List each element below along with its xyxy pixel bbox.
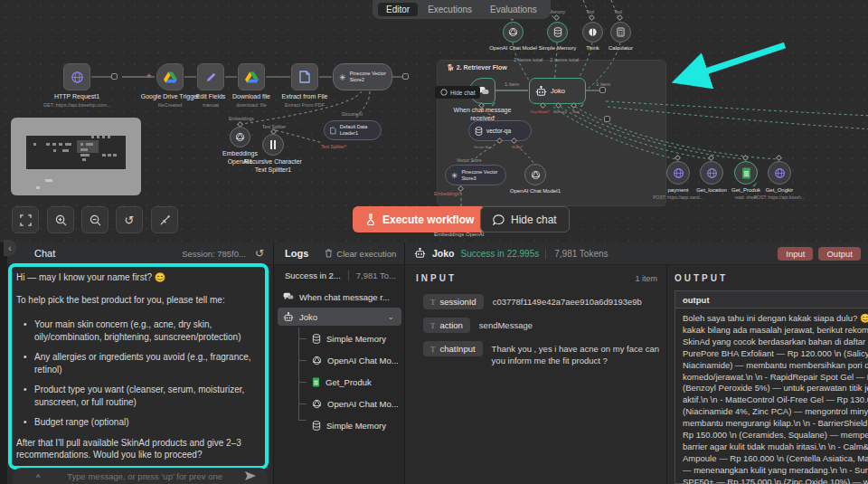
node-get-location[interactable]: Get_location — [700, 161, 723, 185]
node-simple-memory[interactable]: Simple Memory — [547, 22, 568, 43]
node-joko[interactable]: Joko ✓ — [529, 78, 586, 104]
port-label: Tool — [586, 9, 594, 14]
pinecone-icon — [451, 171, 458, 180]
tidy-up-button[interactable] — [151, 206, 178, 233]
port-label: Embeddings* — [434, 191, 461, 196]
node-get-produk[interactable]: ✓ Get_Produk read: sheet — [734, 161, 758, 185]
hide-chat-pill[interactable]: Hide chat — [435, 86, 480, 99]
node-edit-fields[interactable]: Edit Fields manual — [197, 63, 224, 90]
send-icon[interactable] — [244, 470, 257, 481]
field-pill[interactable]: TsessionId — [423, 294, 484, 309]
port-label: Tool — [614, 9, 622, 14]
log-item-simple-memory[interactable]: Simple Memory — [307, 329, 401, 347]
edge-label: 1 item — [505, 81, 519, 87]
undo-button[interactable]: ↺ — [116, 206, 143, 233]
tab-evaluations[interactable]: Evaluations — [482, 3, 545, 16]
workflow-canvas[interactable]: 🐕 2. Retriever Flow — [0, 0, 868, 242]
hide-chat-button[interactable]: Hide chat — [480, 206, 570, 233]
node-label: HTTP Request1 — [46, 93, 108, 101]
output-port[interactable] — [599, 87, 606, 93]
file-icon — [299, 71, 310, 83]
google-drive-icon — [245, 71, 259, 83]
port-label: Chat Model* — [530, 109, 550, 114]
database-icon — [312, 421, 321, 431]
node-think[interactable]: Think — [582, 22, 603, 43]
node-pinecone-store3[interactable]: Pinecone Vector Store3 — [445, 165, 506, 185]
port-label: Text Splitter* — [321, 144, 346, 149]
tab-editor[interactable]: Editor — [378, 3, 418, 16]
port-label: Memory — [553, 109, 566, 114]
zoom-out-button[interactable] — [81, 206, 108, 233]
logs-summary: Success in 2... 7,981 To... — [274, 265, 404, 285]
node-openai-chat-model1[interactable]: OpenAI Chat Model1 — [524, 164, 546, 185]
chat-icon — [440, 89, 448, 96]
refresh-session-icon[interactable]: ↺ — [255, 247, 264, 260]
run-detail-panel: Joko Success in 22.995s 7,981 Tokens Inp… — [405, 242, 868, 484]
output-section: OUTPUT output Boleh saya tahu ini dengan… — [667, 265, 868, 484]
tab-executions[interactable]: Executions — [420, 3, 480, 16]
execute-workflow-button[interactable]: Execute workflow — [353, 206, 486, 233]
log-item-openai-chat[interactable]: OpenAI Chat Mo... — [307, 394, 401, 413]
node-download-file[interactable]: Download file download: file — [238, 63, 265, 90]
log-item-simple-memory[interactable]: Simple Memory — [307, 416, 401, 434]
brain-icon — [588, 27, 598, 37]
output-port[interactable] — [111, 73, 118, 80]
edge-label: 2 items total — [514, 57, 542, 62]
minimap[interactable] — [11, 118, 141, 195]
database-icon — [553, 27, 562, 37]
bottom-panel: ‹ Chat Session: 785f0... ↺ Hi — may I kn… — [0, 242, 868, 484]
google-drive-icon — [164, 71, 177, 83]
node-text-splitter[interactable]: Recursive Character Text Splitter1 — [262, 134, 284, 156]
robot-icon — [414, 248, 426, 259]
zoom-in-button[interactable] — [47, 206, 74, 233]
text-type-icon: T — [430, 345, 436, 354]
globe-icon — [71, 71, 84, 84]
chat-bullet: •Any allergies or ingredients you avoid … — [16, 351, 262, 375]
node-embeddings-openai1[interactable]: Embeddings OpenAI1 — [230, 127, 250, 147]
undo-icon: ↺ — [125, 214, 135, 227]
left-rail — [0, 242, 7, 484]
node-payment[interactable]: payment POST: https://app.sand... — [666, 161, 690, 185]
pinecone-icon — [339, 72, 346, 82]
openai-icon — [531, 170, 541, 180]
output-text: Boleh saya tahu ini dengan kakak siapa d… — [675, 308, 868, 484]
log-item-joko[interactable]: Joko ⌄ — [278, 308, 401, 326]
node-gdrive-trigger[interactable]: Google Drive Trigger fileCreated — [156, 63, 184, 90]
output-port[interactable] — [402, 73, 409, 80]
fit-view-button[interactable] — [12, 206, 39, 233]
field-pill[interactable]: TchatInput — [423, 341, 483, 356]
chat-input[interactable] — [45, 471, 244, 481]
run-header: Joko Success in 22.995s 7,981 Tokens Inp… — [405, 242, 868, 265]
chevron-up-icon[interactable]: ^ — [36, 473, 40, 482]
log-item-openai-chat[interactable]: OpenAI Chat Mo... — [307, 351, 401, 369]
pencil-icon — [205, 71, 217, 83]
file-icon — [330, 126, 336, 136]
node-pinecone-store2[interactable]: Pinecone Vector Store2 — [333, 63, 392, 90]
field-chatinput: TchatInput Thank you , yes i have acne o… — [423, 341, 664, 366]
add-node-port[interactable] — [604, 116, 610, 122]
node-http-request[interactable]: HTTP Request1 GET: https://api.biteship.… — [63, 63, 90, 90]
globe-icon — [673, 167, 684, 179]
clear-execution-button[interactable]: Clear execution — [325, 249, 396, 259]
port-label: Memory — [549, 9, 565, 14]
log-item-get-produk[interactable]: Get_Produk — [307, 373, 401, 391]
node-get-ongkir[interactable]: Get_Ongkir POST: https://api.bitesh... — [768, 161, 791, 185]
output-toggle-button[interactable]: Output — [818, 247, 861, 261]
node-calculator[interactable]: Calculator — [610, 22, 631, 43]
logs-header: Logs Clear execution — [274, 242, 404, 265]
node-openai-chat-model[interactable]: OpenAI Chat Model — [503, 22, 524, 43]
port-label: Embeddings — [229, 116, 254, 121]
robot-icon — [535, 86, 547, 97]
output-box: output Boleh saya tahu ini dengan kakak … — [675, 290, 868, 484]
input-toggle-button[interactable]: Input — [778, 247, 813, 261]
collapse-chat-button[interactable]: ‹ — [4, 240, 16, 256]
node-extract-file[interactable]: Extract from File Extract From PDF — [291, 63, 318, 90]
embeddings-openai-label: Embeddings OpenAI — [434, 232, 484, 237]
log-item-when-chat[interactable]: When chat message r... — [278, 288, 401, 306]
zoom-out-icon — [90, 214, 101, 226]
text-type-icon: T — [430, 321, 436, 330]
field-pill[interactable]: Taction — [423, 318, 470, 333]
chat-panel: ‹ Chat Session: 785f0... ↺ Hi — may I kn… — [7, 242, 274, 484]
trash-icon — [325, 249, 333, 258]
node-data-loader[interactable]: Default Data Loader1 — [324, 120, 382, 140]
